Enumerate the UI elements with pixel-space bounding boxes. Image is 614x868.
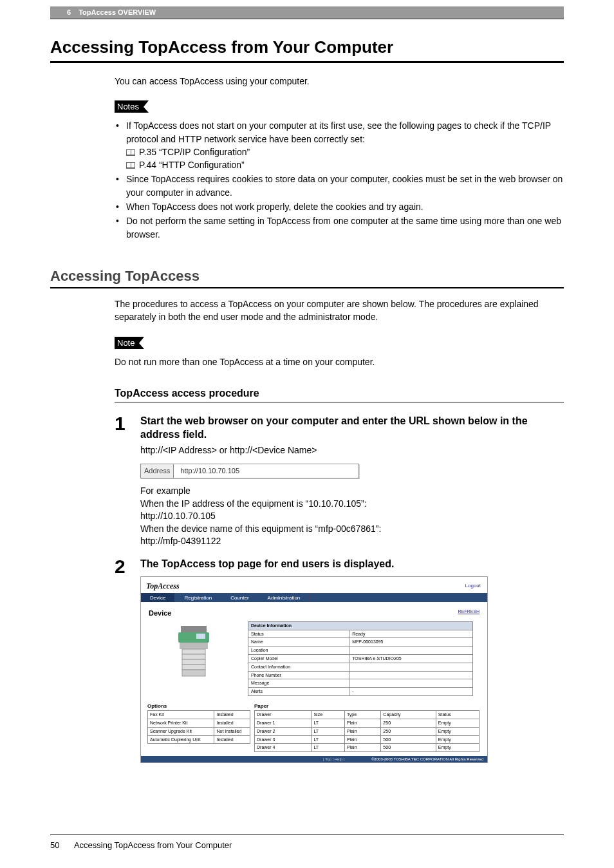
printer-icon xyxy=(173,625,218,683)
table-row: Phone Number xyxy=(248,671,473,679)
step-title: Start the web browser on your computer a… xyxy=(140,414,564,442)
chapter-number: 6 xyxy=(67,8,71,16)
table-row: Network Printer KitInstalled xyxy=(148,719,250,727)
step-body: Start the web browser on your computer a… xyxy=(140,414,564,548)
h2-rule xyxy=(50,287,564,288)
shot-footer-copy: ©2003-2005 TOSHIBA TEC CORPORATION All R… xyxy=(371,757,483,761)
chapter-title: TopAccess OVERVIEW xyxy=(79,8,156,16)
notes-list: If TopAccess does not start on your comp… xyxy=(115,119,564,241)
page-footer: 50 Accessing TopAccess from Your Compute… xyxy=(50,835,564,850)
page-number: 50 xyxy=(50,840,72,850)
step-body: The TopAccess top page for end users is … xyxy=(140,557,488,763)
shot-tab: Administration xyxy=(259,593,310,602)
single-note: Do not run more than one TopAccess at a … xyxy=(115,355,564,368)
info-header: Device Information xyxy=(248,621,473,630)
table-row: NameMFP-00013095 xyxy=(248,638,473,646)
page-title: Accessing TopAccess from Your Computer xyxy=(50,37,564,57)
shot-tabs: Device Registration Counter Administrati… xyxy=(141,593,487,602)
step: 1 Start the web browser on your computer… xyxy=(115,414,564,548)
svg-rect-8 xyxy=(182,670,205,676)
example-label: For example xyxy=(140,485,564,498)
step: 2 The TopAccess top page for end users i… xyxy=(115,557,564,763)
footer-title: Accessing TopAccess from Your Computer xyxy=(74,840,232,850)
table-row: Drawer 4LTPlain500Empty xyxy=(255,744,479,752)
step-line: http://<IP Address> or http://<Device Na… xyxy=(140,444,564,457)
shot-logo: TopAccess xyxy=(141,577,487,594)
example-line: When the IP address of the equipment is … xyxy=(140,498,564,511)
table-row: Copier ModelTOSHIBA e-STUDIO205 xyxy=(248,654,473,663)
shot-footer: | Top | Help | ©2003-2005 TOSHIBA TEC CO… xyxy=(141,756,487,762)
address-label: Address xyxy=(141,464,174,478)
table-row: Location xyxy=(248,646,473,655)
shot-footer-links: | Top | Help | xyxy=(323,757,344,761)
step-number: 2 xyxy=(115,557,140,763)
paper-label: Paper xyxy=(254,703,479,710)
shot-device-title: Device xyxy=(149,609,171,618)
page-header: 6 TopAccess OVERVIEW xyxy=(50,6,564,19)
table-row: Automatic Duplexing UnitInstalled xyxy=(148,735,250,744)
step-number: 1 xyxy=(115,414,140,548)
table-row: Alerts- xyxy=(248,688,473,696)
section-heading: Accessing TopAccess xyxy=(50,268,564,285)
address-value: http://10.10.70.105 xyxy=(174,464,246,478)
screenshot: TopAccess Logout Device Registration Cou… xyxy=(140,576,488,764)
h1-rule xyxy=(50,61,564,63)
table-row: Message xyxy=(248,679,473,688)
note-item: When TopAccess does not work properly, d… xyxy=(115,200,564,213)
address-bar: Address http://10.10.70.105 xyxy=(140,464,359,478)
table-row: Contact Information xyxy=(248,663,473,671)
book-icon xyxy=(126,149,135,156)
note-item: If TopAccess does not start on your comp… xyxy=(115,119,564,171)
intro-paragraph: You can access TopAccess using your comp… xyxy=(115,75,564,88)
shot-tab: Registration xyxy=(175,593,221,602)
h3-rule xyxy=(115,402,564,402)
example-line: When the device name of this equipment i… xyxy=(140,523,564,536)
notes-label: Notes xyxy=(115,100,144,113)
options-table: Fax KitInstalled Network Printer KitInst… xyxy=(147,710,250,744)
table-row: DrawerSizeTypeCapacityStatus xyxy=(255,711,479,719)
table-row: StatusReady xyxy=(248,630,473,638)
note-item: Since TopAccess requires cookies to stor… xyxy=(115,173,564,199)
paper-table: DrawerSizeTypeCapacityStatus Drawer 1LTP… xyxy=(254,710,479,752)
svg-rect-5 xyxy=(182,654,205,659)
shot-logout: Logout xyxy=(465,582,481,589)
example-url: http://10.10.70.105 xyxy=(140,510,564,523)
example-url: http://mfp-04391122 xyxy=(140,535,564,548)
svg-rect-6 xyxy=(182,659,205,665)
table-row: Scanner Upgrade KitNot Installed xyxy=(148,727,250,735)
printer-image xyxy=(147,621,244,686)
note-text: If TopAccess does not start on your comp… xyxy=(126,120,551,144)
shot-refresh: REFRESH xyxy=(458,609,479,618)
table-row: Drawer 2LTPlain250Empty xyxy=(255,727,479,735)
note-ref: P.44 “HTTP Configuration” xyxy=(139,160,245,170)
svg-rect-0 xyxy=(181,626,207,632)
section-paragraph: The procedures to access a TopAccess on … xyxy=(115,297,564,324)
device-info-table: Device Information StatusReady NameMFP-0… xyxy=(248,621,473,696)
options-label: Options xyxy=(147,703,250,710)
svg-rect-3 xyxy=(180,643,208,649)
step-title: The TopAccess top page for end users is … xyxy=(140,557,488,571)
table-row: Drawer 3LTPlain500Empty xyxy=(255,735,479,744)
table-row: Fax KitInstalled xyxy=(148,711,250,719)
svg-rect-4 xyxy=(182,649,205,654)
page-body: Accessing TopAccess from Your Computer Y… xyxy=(0,19,614,763)
svg-rect-7 xyxy=(182,665,205,670)
table-row: Drawer 1LTPlain250Empty xyxy=(255,719,479,727)
svg-rect-2 xyxy=(196,634,205,639)
shot-tab: Counter xyxy=(221,593,258,602)
note-item: Do not perform the same setting in TopAc… xyxy=(115,214,564,241)
note-ref: P.35 “TCP/IP Configuration” xyxy=(139,147,250,157)
note-label: Note xyxy=(115,337,139,349)
book-icon xyxy=(126,162,135,169)
shot-tab: Device xyxy=(141,593,175,602)
procedure-heading: TopAccess access procedure xyxy=(115,388,564,399)
